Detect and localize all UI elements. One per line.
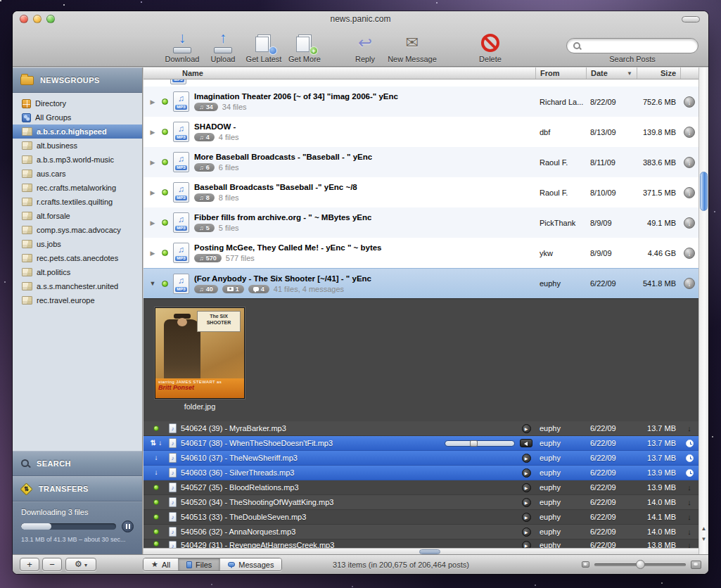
post-row[interactable]: ▶ ♫ Posting McGee, They Called Me! - yEn… xyxy=(143,238,698,268)
disclosure-triangle-icon[interactable]: ▼ xyxy=(148,280,157,287)
filter-all-segment[interactable]: ★ All xyxy=(143,558,178,570)
attachment-item[interactable]: The SIX SHOOTER starring JAMES STEWART a… xyxy=(154,307,245,411)
download-post-button[interactable]: ↓ xyxy=(684,157,695,168)
file-row[interactable]: 540513 (33) - TheDoubleSeven.mp3 ▶ euphy… xyxy=(143,510,698,525)
play-button[interactable]: ▶ xyxy=(522,528,531,537)
post-row[interactable]: ▶ ♫ SHADOW - ♫4 4 files dbf 8/13/09 xyxy=(143,117,698,147)
sidebar-item-directory[interactable]: Directory xyxy=(13,96,142,110)
disclosure-triangle-icon[interactable]: ▶ xyxy=(148,189,157,196)
disclosure-triangle-icon[interactable]: ▶ xyxy=(148,250,157,257)
speaker-button[interactable] xyxy=(520,439,532,447)
post-row[interactable]: ▶ ♫ Fibber fills from archive.org - " ~ … xyxy=(143,207,698,238)
play-button[interactable]: ▶ xyxy=(522,541,531,548)
column-header-from[interactable]: From xyxy=(535,68,586,79)
file-from: euphy xyxy=(535,498,586,506)
file-row[interactable]: 540624 (39) - MyraBarker.mp3 ▶ euphy 6/2… xyxy=(143,421,698,436)
download-post-button[interactable]: ↓ xyxy=(684,187,695,198)
play-button[interactable]: ▶ xyxy=(522,468,531,478)
play-button[interactable]: ▶ xyxy=(522,483,531,492)
file-from: euphy xyxy=(535,541,586,548)
sidebar-item-travel-europe[interactable]: rec.travel.europe xyxy=(13,293,142,307)
slider-thumb[interactable] xyxy=(470,440,478,447)
download-post-button[interactable]: ↓ xyxy=(684,127,695,138)
playback-slider[interactable] xyxy=(445,440,515,447)
sidebar-item-aus-cars[interactable]: aus.cars xyxy=(13,167,142,181)
action-menu-button[interactable]: ⚙ ▾ xyxy=(65,558,96,571)
sidebar-item-us-jobs[interactable]: us.jobs xyxy=(13,237,142,251)
sidebar-item-world-music[interactable]: a.b.s.mp3.world-music xyxy=(13,153,142,167)
transfers-section-header[interactable]: ⇅ TRANSFERS xyxy=(13,476,142,501)
file-row[interactable]: 540527 (35) - BloodRelations.mp3 ▶ euphy… xyxy=(143,480,698,495)
play-button[interactable]: ▶ xyxy=(522,454,531,463)
download-file-button[interactable]: ↓ xyxy=(687,483,691,492)
vertical-scrollbar[interactable]: ▲ ▼ xyxy=(698,68,708,554)
disclosure-triangle-icon[interactable]: ▶ xyxy=(148,159,157,166)
size-slider[interactable] xyxy=(594,563,686,566)
download-post-button[interactable]: ↓ xyxy=(684,278,695,289)
file-row-clipped[interactable]: 540429 (31) - RevengeAtHarnessCreek.mp3 … xyxy=(143,539,698,548)
delete-button[interactable]: Delete xyxy=(470,32,511,63)
horizontal-scroll-thumb[interactable] xyxy=(419,549,440,554)
get-more-button[interactable]: + Get More xyxy=(284,32,325,63)
sidebar-item-absro-highspeed[interactable]: a.b.s.r.o.highspeed xyxy=(13,124,142,139)
titlebar[interactable]: news.panic.com xyxy=(13,11,708,27)
sidebar-item-alt-politics[interactable]: alt.politics xyxy=(13,265,142,279)
post-row[interactable]: ▶ ♫ Imagination Theater 2006 [~ of 34] "… xyxy=(143,87,698,117)
post-row[interactable]: ▶ ♫ More Baseball Broadcasts - "Baseball… xyxy=(143,147,698,177)
add-group-button[interactable]: + xyxy=(20,558,39,571)
disclosure-triangle-icon[interactable]: ▶ xyxy=(148,98,157,106)
vertical-scroll-thumb[interactable] xyxy=(700,172,708,211)
new-message-button[interactable]: ✉ New Message xyxy=(385,32,439,63)
folder-jpg-thumbnail[interactable]: The SIX SHOOTER starring JAMES STEWART a… xyxy=(155,307,245,399)
sidebar-item-manchester-united[interactable]: a.s.s.manchester.united xyxy=(13,279,142,293)
file-row-selected-queued[interactable]: ↓ 540603 (36) - SilverThreads.mp3 ▶ euph… xyxy=(143,466,698,480)
download-file-button[interactable]: ↓ xyxy=(687,498,691,506)
post-row[interactable]: ▶ ♫ Baseball Broadcasts "Baseball -" yEn… xyxy=(143,177,698,207)
reply-button[interactable]: ↩ Reply xyxy=(345,32,385,63)
clipped-post-row[interactable]: ♫ xyxy=(143,79,698,87)
download-file-button[interactable]: ↓ xyxy=(687,513,691,521)
pause-transfers-button[interactable] xyxy=(122,520,134,532)
file-row[interactable]: 540520 (34) - TheShootingOfWyattKing.mp3… xyxy=(143,495,698,510)
remove-group-button[interactable]: − xyxy=(42,558,62,571)
column-header-size[interactable]: Size xyxy=(637,68,680,79)
disclosure-triangle-icon[interactable]: ▶ xyxy=(148,219,157,226)
post-from: Richard La... xyxy=(535,98,586,106)
sidebar-item-mac-advocacy[interactable]: comp.sys.mac.advocacy xyxy=(13,223,142,237)
get-latest-button[interactable]: Get Latest xyxy=(243,32,284,63)
download-file-button[interactable]: ↓ xyxy=(687,528,691,536)
filter-files-segment[interactable]: Files xyxy=(178,558,219,570)
file-row-selected-downloading[interactable]: ⇅↓ 540617 (38) - WhenTheShoeDoesn'tFit.m… xyxy=(143,436,698,451)
sidebar-item-alt-forsale[interactable]: alt.forsale xyxy=(13,209,142,223)
search-input[interactable] xyxy=(566,38,698,53)
size-slider-knob[interactable] xyxy=(636,560,645,569)
file-row-selected-queued[interactable]: ↓ 540610 (37) - TheNewSheriff.mp3 ▶ euph… xyxy=(143,451,698,466)
column-header-date[interactable]: Date▼ xyxy=(586,68,637,79)
download-post-button[interactable]: ↓ xyxy=(684,217,695,229)
play-button[interactable]: ▶ xyxy=(522,513,531,522)
sidebar-item-all-groups[interactable]: All Groups xyxy=(13,110,142,124)
search-section-header[interactable]: SEARCH xyxy=(13,451,142,476)
sidebar-item-cats-anecdotes[interactable]: rec.pets.cats.anecdotes xyxy=(13,251,142,265)
toolbar-toggle-button[interactable] xyxy=(682,16,700,23)
download-button[interactable]: ↓ Download xyxy=(162,32,203,63)
newsgroups-section-header[interactable]: NEWSGROUPS xyxy=(13,68,142,93)
upload-button[interactable]: ↑ Upload xyxy=(203,32,243,63)
scroll-down-button[interactable]: ▼ xyxy=(699,534,708,544)
file-row[interactable]: 540506 (32) - AnnaNorquest.mp3 ▶ euphy 6… xyxy=(143,525,698,539)
filter-messages-segment[interactable]: Messages xyxy=(219,558,281,570)
scroll-up-button[interactable]: ▲ xyxy=(699,523,708,534)
download-post-button[interactable]: ↓ xyxy=(684,248,695,259)
column-header-name[interactable]: Name xyxy=(143,68,535,79)
download-post-button[interactable]: ↓ xyxy=(684,96,695,108)
download-file-button[interactable]: ↓ xyxy=(687,541,691,548)
sidebar-item-quilting[interactable]: r.crafts.textiles.quilting xyxy=(13,195,142,209)
download-file-button[interactable]: ↓ xyxy=(687,424,691,433)
sidebar-item-alt-business[interactable]: alt.business xyxy=(13,139,142,153)
post-row-selected[interactable]: ▼ ♫ (For Anybody - The Six Shooter [~/41… xyxy=(143,268,698,298)
audio-count: 4 xyxy=(206,134,210,141)
play-button[interactable]: ▶ xyxy=(522,424,531,433)
sidebar-item-metalworking[interactable]: rec.crafts.metalworking xyxy=(13,181,142,195)
disclosure-triangle-icon[interactable]: ▶ xyxy=(148,129,157,136)
play-button[interactable]: ▶ xyxy=(522,498,531,507)
